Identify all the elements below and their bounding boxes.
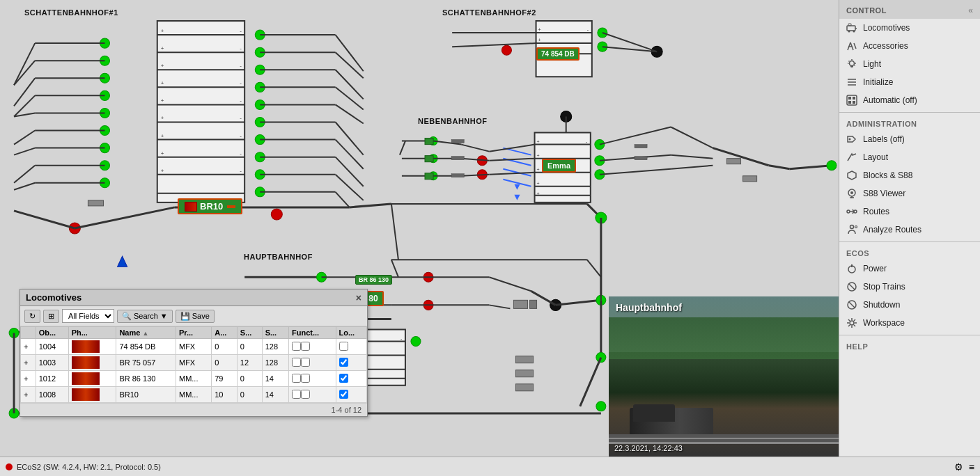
- sidebar-item-initialize[interactable]: Initialize: [839, 73, 980, 91]
- func-check2[interactable]: [301, 374, 310, 383]
- table-row[interactable]: + 1008 BR10 MM... 10 0 14: [21, 387, 367, 403]
- col-a[interactable]: A...: [212, 327, 238, 339]
- func-check2[interactable]: [301, 342, 310, 351]
- train-74854db[interactable]: 74 854 DB: [536, 47, 580, 61]
- initialize-label: Initialize: [863, 77, 893, 87]
- shutdown-icon: [846, 299, 857, 310]
- svg-point-174: [411, 337, 421, 347]
- train-emma[interactable]: Emma: [542, 159, 576, 173]
- sidebar-item-workspace[interactable]: Workspace: [839, 314, 980, 332]
- field-selector[interactable]: All Fields: [62, 309, 114, 323]
- func-check1[interactable]: [292, 390, 301, 399]
- row-name: BR 75 057: [116, 355, 176, 371]
- func-check1[interactable]: [292, 358, 301, 367]
- svg-line-209: [580, 358, 601, 406]
- svg-text:+: +: [537, 153, 540, 158]
- svg-rect-245: [848, 97, 851, 100]
- col-s2[interactable]: S...: [262, 327, 288, 339]
- row-obj: 1012: [36, 371, 68, 387]
- row-expand[interactable]: +: [21, 387, 36, 403]
- col-s1[interactable]: S...: [237, 327, 262, 339]
- sidebar-item-locomotives[interactable]: Locomotives: [839, 19, 980, 37]
- row-obj: 1008: [36, 387, 68, 403]
- svg-rect-216: [515, 384, 533, 391]
- svg-marker-137: [514, 195, 520, 200]
- sidebar-item-routes[interactable]: Routes: [839, 203, 980, 221]
- func-check1[interactable]: [292, 342, 301, 351]
- loc-check[interactable]: [339, 390, 348, 399]
- table-row[interactable]: + 1003 BR 75 057 MFX 0 12 128: [21, 355, 367, 371]
- accessories-icon: [846, 40, 857, 51]
- svg-line-152: [461, 145, 489, 152]
- menu-icon[interactable]: ≡: [969, 461, 974, 473]
- collapse-icon[interactable]: «: [968, 6, 973, 15]
- initialize-icon: [846, 77, 857, 88]
- col-proto[interactable]: Pr...: [176, 327, 211, 339]
- svg-text:+: +: [161, 133, 164, 139]
- track-area[interactable]: SCHATTENBAHNHOF#1 SCHATTENBAHNHOF#2 NEBE…: [0, 0, 839, 457]
- sidebar-item-s88viewer[interactable]: S88 Viewer: [839, 184, 980, 203]
- svg-text:+: +: [537, 191, 540, 196]
- sidebar-item-analyze[interactable]: Analyze Routes: [839, 221, 980, 239]
- row-loc: [336, 355, 366, 371]
- loc-check[interactable]: [339, 342, 348, 351]
- sidebar-item-blocks[interactable]: Blocks & S88: [839, 166, 980, 184]
- loco-panel-close[interactable]: ×: [356, 293, 361, 303]
- locomotives-icon: [846, 22, 857, 33]
- search-button[interactable]: 🔍 Search ▼: [117, 310, 173, 323]
- sidebar-item-shutdown[interactable]: Shutdown: [839, 296, 980, 314]
- svg-text:-: -: [240, 63, 242, 69]
- svg-point-226: [853, 31, 855, 33]
- svg-line-138: [600, 127, 671, 145]
- svg-line-65: [14, 183, 35, 190]
- train-br86130[interactable]: BR 86 130: [355, 275, 392, 285]
- svg-line-275: [854, 319, 855, 321]
- loc-check[interactable]: [339, 358, 348, 367]
- sidebar-item-layout[interactable]: Layout: [839, 148, 980, 166]
- sidebar-item-stoptrains[interactable]: Stop Trains: [839, 278, 980, 296]
- sidebar-item-accessories[interactable]: Accessories: [839, 37, 980, 55]
- svg-text:-: -: [240, 150, 242, 157]
- col-func[interactable]: Funct...: [289, 327, 336, 339]
- divider-2: [839, 241, 980, 242]
- sidebar-item-light[interactable]: Light: [839, 55, 980, 73]
- svg-line-143: [671, 166, 713, 169]
- svg-line-273: [848, 319, 850, 321]
- col-photo[interactable]: Ph...: [68, 327, 116, 339]
- svg-text:-: -: [240, 80, 242, 86]
- save-button[interactable]: 💾 Save: [176, 310, 215, 323]
- func-check2[interactable]: [301, 390, 310, 399]
- svg-text:-: -: [240, 45, 242, 51]
- row-name: BR10: [116, 387, 176, 403]
- row-photo: [68, 355, 116, 371]
- sidebar-item-automatic[interactable]: Automatic (off): [839, 91, 980, 109]
- gear-icon[interactable]: ⚙: [954, 461, 963, 473]
- sidebar-item-labels[interactable]: Labels (off): [839, 130, 980, 148]
- table-row[interactable]: + 1012 BR 86 130 MM... 79 0 14: [21, 371, 367, 387]
- func-check1[interactable]: [292, 374, 301, 383]
- svg-line-276: [848, 325, 850, 326]
- svg-line-83: [336, 157, 364, 187]
- layout-label: Layout: [863, 152, 888, 162]
- svg-rect-246: [853, 97, 855, 100]
- func-check2[interactable]: [301, 358, 310, 367]
- svg-line-63: [14, 148, 35, 155]
- train-br10[interactable]: BR10: [178, 198, 242, 214]
- col-obj[interactable]: Ob...: [36, 327, 68, 339]
- divider-1: [839, 112, 980, 113]
- row-expand[interactable]: +: [21, 355, 36, 371]
- svg-line-185: [556, 300, 601, 305]
- refresh-button[interactable]: ↻: [24, 310, 40, 323]
- col-name[interactable]: Name ▲: [116, 327, 176, 339]
- col-loc[interactable]: Lo...: [336, 327, 366, 339]
- svg-point-261: [855, 226, 857, 228]
- columns-button[interactable]: ⊞: [43, 310, 59, 323]
- svg-text:+: +: [537, 181, 540, 186]
- row-expand[interactable]: +: [21, 339, 36, 355]
- sidebar-item-power[interactable]: Power: [839, 260, 980, 278]
- row-a: 10: [212, 387, 238, 403]
- loc-check[interactable]: [339, 374, 348, 383]
- table-row[interactable]: + 1004 74 854 DB MFX 0 0 128: [21, 339, 367, 355]
- svg-line-141: [671, 127, 713, 148]
- row-expand[interactable]: +: [21, 371, 36, 387]
